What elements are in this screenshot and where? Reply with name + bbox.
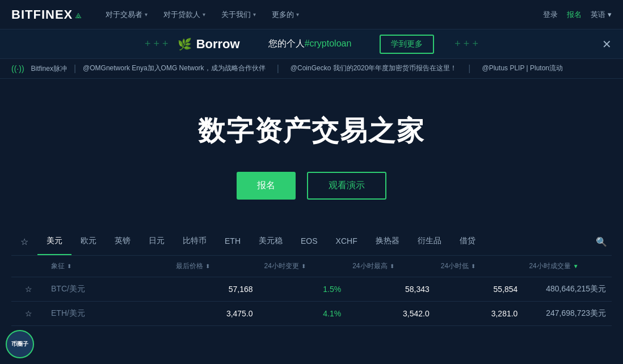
- col-header-low[interactable]: 24小时低 ⬍: [435, 261, 524, 271]
- ticker-divider: |: [468, 64, 470, 74]
- sort-icon: ⬍: [205, 263, 210, 269]
- chevron-down-icon: ▾: [145, 11, 148, 18]
- sort-icon: ⬍: [67, 263, 71, 269]
- tab-exchanger[interactable]: 换热器: [367, 228, 409, 255]
- hero-buttons: 报名 观看演示: [237, 172, 386, 200]
- nav-links: 对于交易者 ▾ 对于贷款人 ▾ 关于我们 ▾ 更多的 ▾: [99, 6, 543, 23]
- col-header-star: [11, 261, 45, 271]
- table-header: 象征 ⬍ 最后价格 ⬍ 24小时变更 ⬍ 24小时最高 ⬍ 24小时低 ⬍ 24…: [11, 256, 612, 277]
- chevron-down-icon: ▾: [203, 11, 205, 18]
- market-table: 象征 ⬍ 最后价格 ⬍ 24小时变更 ⬍ 24小时最高 ⬍ 24小时低 ⬍ 24…: [11, 256, 612, 326]
- ticker-label: Bitfinex脉冲: [31, 64, 67, 74]
- high-cell: 3,542.0: [347, 309, 435, 318]
- demo-button[interactable]: 观看演示: [307, 172, 386, 200]
- logo-icon: ⟁: [75, 8, 82, 21]
- table-row[interactable]: ☆ ETH/美元 3,475.0 4.1% 3,542.0 3,281.0 24…: [11, 302, 612, 326]
- low-cell: 3,281.0: [435, 309, 524, 318]
- tab-gbp[interactable]: 英镑: [106, 228, 140, 255]
- sort-icon: ⬍: [301, 263, 306, 269]
- volume-cell: 247,698,723美元: [523, 308, 612, 319]
- watermark: 币圈子: [6, 330, 34, 358]
- volume-cell: 480,646,215美元: [523, 284, 612, 294]
- borrow-label: Borrow: [196, 37, 240, 52]
- favorite-star[interactable]: ☆: [11, 309, 45, 318]
- leaf-icon: 🌿: [178, 37, 192, 51]
- banner-tagline: 您的个人#cryptoloan: [268, 38, 352, 50]
- tab-lending[interactable]: 借贷: [451, 228, 485, 255]
- tab-eur[interactable]: 欧元: [71, 228, 106, 255]
- wifi-icon: ((·)): [11, 64, 24, 73]
- nav-item-more[interactable]: 更多的 ▾: [265, 6, 306, 23]
- ticker-divider: |: [74, 64, 76, 74]
- price-cell: 57,168: [170, 285, 259, 294]
- register-button[interactable]: 报名: [567, 10, 582, 20]
- chevron-down-icon: ▾: [253, 11, 256, 18]
- learn-more-button[interactable]: 学到更多: [380, 35, 434, 54]
- ticker-item: @Plutus PLIP | Pluton流动: [482, 64, 563, 74]
- change-cell: 1.5%: [259, 285, 347, 294]
- plus-decoration-left: + + +: [145, 38, 169, 50]
- col-header-price[interactable]: 最后价格 ⬍: [170, 261, 259, 271]
- tab-usd[interactable]: 美元: [37, 228, 71, 255]
- chevron-down-icon: ▾: [608, 10, 612, 19]
- col-header-change[interactable]: 24小时变更 ⬍: [259, 261, 347, 271]
- low-cell: 55,854: [435, 285, 524, 294]
- ticker-item: @CoinGecko 我们的2020年年度加密货币报告在这里！: [291, 64, 457, 74]
- tab-eos[interactable]: EOS: [292, 228, 327, 255]
- tab-favorites[interactable]: ☆: [11, 228, 37, 255]
- hero-section: 数字资产交易之家 报名 观看演示: [0, 79, 623, 228]
- tab-usd-stable[interactable]: 美元稳: [250, 228, 292, 255]
- symbol-cell: BTC/美元: [45, 284, 170, 294]
- news-ticker: ((·)) Bitfinex脉冲 | @OMGnetwork Enya加入OMG…: [0, 59, 623, 79]
- logo-text: BITFINEX: [11, 7, 73, 22]
- plus-decoration-right: + + +: [454, 38, 478, 50]
- tab-btc[interactable]: 比特币: [174, 228, 216, 255]
- col-header-high[interactable]: 24小时最高 ⬍: [347, 261, 435, 271]
- login-button[interactable]: 登录: [543, 10, 558, 20]
- nav-right: 登录 报名 英语 ▾: [543, 10, 612, 20]
- chevron-down-icon: ▾: [296, 11, 299, 18]
- symbol-cell: ETH/美元: [45, 308, 170, 319]
- ticker-items: @OMGnetwork Enya加入OMG Network，成为战略合作伙伴 |…: [83, 64, 612, 74]
- ticker-item: @OMGnetwork Enya加入OMG Network，成为战略合作伙伴: [83, 64, 266, 74]
- tab-eth[interactable]: ETH: [216, 228, 250, 255]
- sort-icon: ⬍: [390, 263, 394, 269]
- search-icon[interactable]: 🔍: [591, 228, 612, 255]
- tab-derivatives[interactable]: 衍生品: [409, 228, 451, 255]
- tab-xchf[interactable]: XCHF: [327, 228, 367, 255]
- register-cta-button[interactable]: 报名: [237, 172, 296, 200]
- sort-icon: ⬍: [471, 263, 475, 269]
- promo-banner: + + + 🌿 Borrow 您的个人#cryptoloan 学到更多 + + …: [0, 29, 623, 59]
- favorite-star[interactable]: ☆: [11, 285, 45, 294]
- navbar: BITFINEX ⟁ 对于交易者 ▾ 对于贷款人 ▾ 关于我们 ▾ 更多的 ▾ …: [0, 0, 623, 29]
- col-header-volume[interactable]: 24小时成交量 ▼: [523, 261, 612, 271]
- tab-jpy[interactable]: 日元: [140, 228, 174, 255]
- borrow-brand: 🌿 Borrow: [178, 37, 240, 52]
- price-cell: 3,475.0: [170, 309, 259, 318]
- close-button[interactable]: ✕: [602, 37, 612, 51]
- logo[interactable]: BITFINEX ⟁: [11, 7, 82, 22]
- sort-icon: ▼: [573, 263, 579, 269]
- nav-item-about[interactable]: 关于我们 ▾: [214, 6, 263, 23]
- table-row[interactable]: ☆ BTC/美元 57,168 1.5% 58,343 55,854 480,6…: [11, 277, 612, 302]
- market-tabs: ☆ 美元 欧元 英镑 日元 比特币 ETH 美元稳 EOS XCHF 换热器 衍…: [11, 228, 612, 256]
- ticker-divider: |: [277, 64, 279, 74]
- language-selector[interactable]: 英语 ▾: [591, 10, 612, 20]
- col-header-symbol[interactable]: 象征 ⬍: [45, 261, 170, 271]
- hero-title: 数字资产交易之家: [198, 113, 425, 149]
- change-cell: 4.1%: [259, 309, 347, 318]
- market-section: ☆ 美元 欧元 英镑 日元 比特币 ETH 美元稳 EOS XCHF 换热器 衍…: [0, 228, 623, 326]
- high-cell: 58,343: [347, 285, 435, 294]
- nav-item-traders[interactable]: 对于交易者 ▾: [99, 6, 154, 23]
- nav-item-lenders[interactable]: 对于贷款人 ▾: [157, 6, 212, 23]
